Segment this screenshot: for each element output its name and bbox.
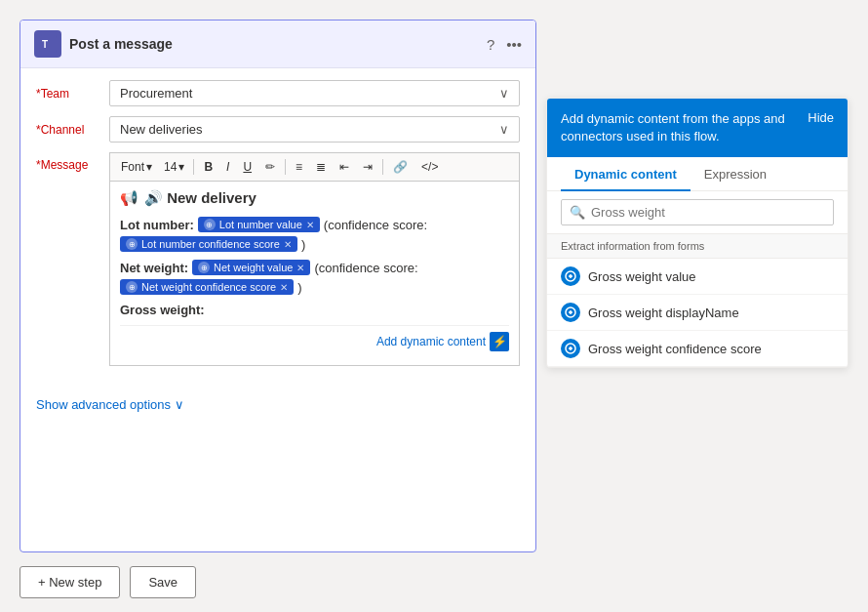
- font-size-value: 14: [164, 160, 177, 174]
- lot-number-label: Lot number:: [120, 218, 194, 232]
- font-chevron-icon: ▾: [146, 160, 152, 174]
- bold-button[interactable]: B: [198, 157, 218, 177]
- add-dynamic-row: Add dynamic content ⚡: [120, 325, 509, 353]
- dynamic-panel-header-text: Add dynamic content from the apps and co…: [561, 110, 798, 145]
- card-header-left: T Post a message: [34, 30, 173, 58]
- card-body: *Team Procurement ∨ *Channel New deliver…: [20, 68, 535, 388]
- net-confidence-text: (confidence score:: [314, 261, 417, 275]
- team-chevron-icon: ∨: [499, 86, 509, 101]
- add-dynamic-link[interactable]: Add dynamic content: [376, 335, 486, 348]
- net-weight-tag-icon: ⊕: [198, 262, 210, 273]
- item-icon-1: [561, 303, 580, 322]
- lot-number-tag-icon: ⊕: [204, 219, 216, 230]
- card-header-icons: ? •••: [487, 36, 522, 53]
- teams-logo: T: [34, 30, 61, 58]
- lot-confidence-tag[interactable]: ⊕ Lot number confidence score ✕: [120, 236, 297, 252]
- lot-number-line: Lot number: ⊕ Lot number value ✕ (confid…: [120, 217, 509, 232]
- new-step-button[interactable]: + New step: [20, 566, 120, 598]
- net-weight-label: Net weight:: [120, 261, 188, 275]
- italic-button[interactable]: I: [220, 157, 235, 177]
- font-label: Font: [121, 160, 144, 174]
- item-label-0: Gross weight value: [588, 269, 696, 284]
- link-button[interactable]: 🔗: [387, 157, 414, 177]
- megaphone-icon: 📢: [120, 189, 138, 207]
- net-confidence-line: ⊕ Net weight confidence score ✕ ): [120, 279, 509, 295]
- font-selector[interactable]: Font ▾: [116, 157, 157, 177]
- help-icon[interactable]: ?: [487, 36, 494, 53]
- unordered-list-button[interactable]: ≣: [310, 157, 332, 177]
- lot-confidence-tag-icon: ⊕: [126, 238, 138, 250]
- underline-button[interactable]: U: [237, 157, 257, 177]
- save-button[interactable]: Save: [130, 566, 196, 598]
- net-weight-line: Net weight: ⊕ Net weight value ✕ (confid…: [120, 260, 509, 275]
- list-item[interactable]: Gross weight value: [547, 259, 848, 295]
- dynamic-panel-header: Add dynamic content from the apps and co…: [547, 99, 848, 157]
- panel-search: 🔍: [547, 191, 848, 234]
- font-size-selector[interactable]: 14 ▾: [159, 157, 189, 177]
- ordered-list-button[interactable]: ≡: [290, 157, 308, 177]
- toolbar-separator-1: [193, 159, 194, 175]
- list-item[interactable]: Gross weight confidence score: [547, 331, 848, 367]
- gross-weight-line: Gross weight:: [120, 303, 509, 317]
- panel-items-container: Gross weight value Gross weight displayN…: [547, 259, 848, 367]
- indent-decrease-button[interactable]: ⇤: [334, 157, 355, 177]
- indent-increase-button[interactable]: ⇥: [357, 157, 378, 177]
- channel-chevron-icon: ∨: [499, 122, 509, 137]
- dynamic-content-panel: Add dynamic content from the apps and co…: [546, 98, 848, 368]
- search-input[interactable]: [591, 205, 825, 220]
- team-label: *Team: [36, 87, 109, 101]
- add-dynamic-button[interactable]: ⚡: [490, 332, 509, 351]
- editor-heading: 📢 🔊 New delivery: [120, 189, 509, 207]
- channel-label: *Channel: [36, 123, 109, 137]
- channel-dropdown[interactable]: New deliveries ∨: [109, 116, 520, 143]
- tab-expression[interactable]: Expression: [690, 157, 780, 191]
- lot-number-tag[interactable]: ⊕ Lot number value ✕: [198, 217, 320, 232]
- more-options-icon[interactable]: •••: [506, 36, 522, 53]
- show-advanced-chevron-icon: ∨: [175, 397, 184, 412]
- editor-container: Font ▾ 14 ▾ B I U ✏ ≡: [109, 152, 520, 366]
- card-header: T Post a message ? •••: [20, 20, 535, 68]
- code-button[interactable]: </>: [415, 157, 444, 177]
- lot-confidence-line: ⊕ Lot number confidence score ✕ ): [120, 236, 509, 252]
- highlight-button[interactable]: ✏: [259, 157, 281, 177]
- search-box: 🔍: [561, 199, 834, 225]
- message-label: *Message: [36, 152, 109, 172]
- item-icon-0: [561, 266, 580, 286]
- channel-value: New deliveries: [120, 122, 203, 137]
- net-weight-tag[interactable]: ⊕ Net weight value ✕: [192, 260, 310, 275]
- list-item[interactable]: Gross weight displayName: [547, 295, 848, 331]
- right-panel: Add dynamic content from the apps and co…: [546, 20, 848, 552]
- item-icon-2: [561, 339, 580, 358]
- toolbar-separator-3: [382, 159, 383, 175]
- panel-tabs: Dynamic content Expression: [547, 157, 848, 191]
- net-confidence-tag-icon: ⊕: [126, 281, 138, 293]
- tab-dynamic-content[interactable]: Dynamic content: [561, 157, 690, 191]
- lot-number-tag-close[interactable]: ✕: [306, 220, 314, 230]
- bottom-bar: + New step Save: [0, 552, 868, 612]
- editor-content[interactable]: 📢 🔊 New delivery Lot number: ⊕ Lot numbe…: [109, 181, 520, 366]
- team-value: Procurement: [120, 86, 192, 101]
- team-row: *Team Procurement ∨: [36, 80, 520, 106]
- item-label-1: Gross weight displayName: [588, 306, 739, 320]
- item-label-2: Gross weight confidence score: [588, 342, 762, 356]
- close-bracket-2: ): [297, 280, 301, 295]
- editor-toolbar: Font ▾ 14 ▾ B I U ✏ ≡: [109, 152, 520, 181]
- panel-section-header: Extract information from forms: [547, 234, 848, 259]
- lot-confidence-tag-close[interactable]: ✕: [284, 239, 292, 250]
- net-weight-tag-close[interactable]: ✕: [296, 263, 304, 273]
- search-icon: 🔍: [570, 205, 585, 220]
- team-dropdown[interactable]: Procurement ∨: [109, 80, 520, 106]
- post-message-card: T Post a message ? ••• *Team Procurement…: [20, 20, 536, 552]
- show-advanced-options[interactable]: Show advanced options ∨: [20, 388, 535, 422]
- net-confidence-tag[interactable]: ⊕ Net weight confidence score ✕: [120, 279, 294, 295]
- svg-text:T: T: [42, 39, 48, 50]
- toolbar-separator-2: [285, 159, 286, 175]
- confidence-text: (confidence score:: [324, 218, 427, 232]
- card-title: Post a message: [69, 36, 173, 52]
- channel-row: *Channel New deliveries ∨: [36, 116, 520, 143]
- close-bracket-1: ): [301, 237, 305, 252]
- hide-button[interactable]: Hide: [808, 110, 834, 125]
- gross-weight-label: Gross weight:: [120, 303, 205, 317]
- message-row: *Message Font ▾ 14 ▾ B I: [36, 152, 520, 366]
- net-confidence-tag-close[interactable]: ✕: [280, 282, 288, 293]
